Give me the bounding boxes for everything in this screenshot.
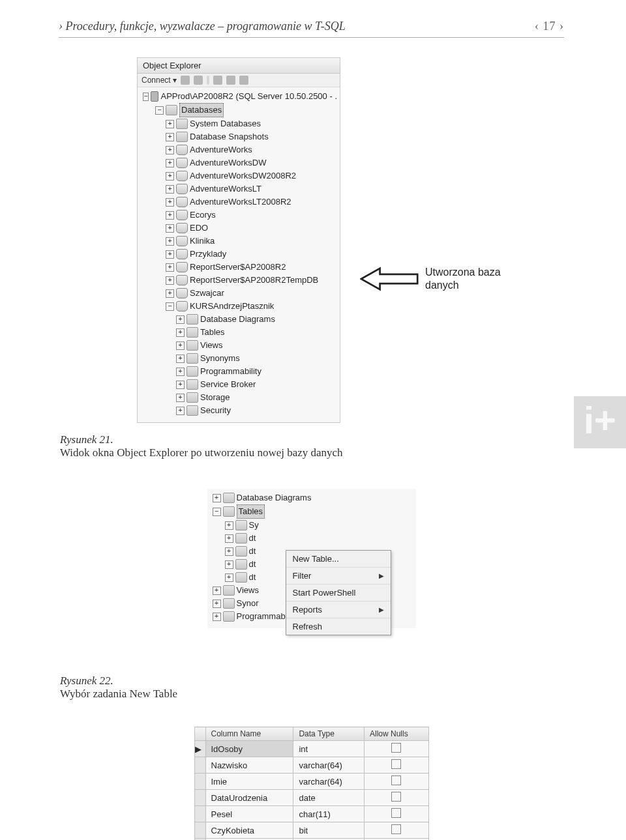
tree-db-node[interactable]: + Przyklady <box>140 248 340 261</box>
cell-allow-nulls[interactable] <box>365 774 428 790</box>
tree-item[interactable]: + dt <box>210 532 416 545</box>
tree-server-node[interactable]: − APProd\AP2008R2 (SQL Server 10.50.2500… <box>140 90 340 103</box>
object-explorer-tree: − APProd\AP2008R2 (SQL Server 10.50.2500… <box>138 87 340 422</box>
cell-allow-nulls[interactable] <box>365 806 428 822</box>
folder-icon <box>223 611 235 622</box>
connect-button[interactable]: Connect ▾ <box>142 76 177 85</box>
menu-item[interactable]: Start PowerShell <box>286 585 391 601</box>
database-icon <box>176 184 188 194</box>
cell-allow-nulls[interactable] <box>365 741 428 757</box>
database-icon <box>176 197 188 207</box>
table-row[interactable]: Pesel char(11) <box>194 806 428 822</box>
table-row[interactable]: Nazwisko varchar(64) <box>194 757 428 774</box>
cell-data-type[interactable]: bit <box>293 822 365 839</box>
row-selector[interactable] <box>194 806 205 822</box>
row-selector[interactable] <box>194 790 205 806</box>
callout-text: Utworzona baza danych <box>425 266 516 292</box>
filter-icon[interactable] <box>213 76 222 85</box>
cell-column-name[interactable]: Nazwisko <box>205 757 293 774</box>
cell-data-type[interactable]: varchar(64) <box>293 757 365 774</box>
database-icon <box>176 275 188 285</box>
tree-db-child[interactable]: + Security <box>140 404 340 417</box>
cell-column-name[interactable]: CzyKobieta <box>205 822 293 839</box>
row-selector[interactable] <box>194 822 205 839</box>
submenu-arrow-icon: ▶ <box>379 572 384 579</box>
database-icon <box>176 288 188 298</box>
tree-db-node[interactable]: + AdventureWorksDW2008R2 <box>140 169 340 182</box>
tree-item[interactable]: + Database Snapshots <box>140 130 340 143</box>
figure-22: + Database Diagrams − Tables + Sy+ dt+ d… <box>207 489 416 714</box>
tree-db-child[interactable]: + Programmability <box>140 365 340 378</box>
tree-db-node[interactable]: + AdventureWorksLT <box>140 182 340 196</box>
tree-db-node[interactable]: + EDO <box>140 222 340 235</box>
tree-db-node[interactable]: + Klinika <box>140 235 340 248</box>
table-row[interactable]: DataUrodzenia date <box>194 790 428 806</box>
menu-item[interactable]: Reports▶ <box>286 601 391 618</box>
object-explorer-title: Object Explorer <box>138 58 340 74</box>
context-menu: New Table...Filter▶Start PowerShellRepor… <box>286 550 391 635</box>
tree-item[interactable]: + System Databases <box>140 117 340 130</box>
tree-db-node[interactable]: + Szwajcar <box>140 287 340 300</box>
tree-db-node[interactable]: − KURSAndrzejPtasznik <box>140 300 340 313</box>
folder-icon <box>186 340 198 351</box>
row-selector[interactable]: ▶ <box>194 741 205 757</box>
cell-data-type[interactable]: date <box>293 790 365 806</box>
col-header-nulls[interactable]: Allow Nulls <box>365 727 428 741</box>
toolbar-icon-3[interactable] <box>226 76 235 85</box>
table-designer-grid[interactable]: Column Name Data Type Allow Nulls ▶ IdOs… <box>194 727 429 840</box>
cell-column-name[interactable]: Imie <box>205 774 293 790</box>
tree-databases-node[interactable]: − Databases <box>140 103 340 117</box>
toolbar-icon-1[interactable] <box>181 76 190 85</box>
tree-db-child[interactable]: + Service Broker <box>140 378 340 391</box>
folder-icon <box>176 132 188 142</box>
tree-db-child[interactable]: + Database Diagrams <box>140 313 340 326</box>
cell-allow-nulls[interactable] <box>365 757 428 774</box>
col-header-type[interactable]: Data Type <box>293 727 365 741</box>
tree-db-node[interactable]: + AdventureWorksDW <box>140 156 340 169</box>
checkbox-icon[interactable] <box>391 759 401 769</box>
toolbar-icon-4[interactable] <box>239 76 248 85</box>
col-header-name[interactable]: Column Name <box>205 727 293 741</box>
cell-data-type[interactable]: int <box>293 741 365 757</box>
tree-db-child[interactable]: + Synonyms <box>140 352 340 365</box>
tree-db-node[interactable]: + Ecorys <box>140 209 340 222</box>
row-selector[interactable] <box>194 757 205 774</box>
page-title: Procedury, funkcje, wyzwalacze – program… <box>66 20 346 33</box>
tree-db-child[interactable]: + Views <box>140 339 340 352</box>
toolbar-icon-2[interactable] <box>194 76 203 85</box>
row-selector[interactable] <box>194 774 205 790</box>
cell-data-type[interactable]: varchar(64) <box>293 774 365 790</box>
tree-db-child[interactable]: + Storage <box>140 391 340 404</box>
checkbox-icon[interactable] <box>391 808 401 818</box>
cell-column-name[interactable]: DataUrodzenia <box>205 790 293 806</box>
table-row[interactable]: ▶ IdOsoby int <box>194 741 428 757</box>
tree-db-child[interactable]: + Tables <box>140 326 340 339</box>
tree-db-node[interactable]: + ReportServer$AP2008R2TempDB <box>140 274 340 287</box>
menu-item[interactable]: New Table... <box>286 551 391 568</box>
tree-item[interactable]: + Sy <box>210 519 416 532</box>
checkbox-icon[interactable] <box>391 743 401 753</box>
checkbox-icon[interactable] <box>391 824 401 834</box>
tree-db-node[interactable]: + AdventureWorks <box>140 143 340 156</box>
folder-icon <box>186 405 198 416</box>
cell-data-type[interactable]: char(11) <box>293 806 365 822</box>
tree-db-node[interactable]: + AdventureWorksLT2008R2 <box>140 196 340 209</box>
page-number: ‹ 17 › <box>535 20 564 33</box>
menu-item[interactable]: Filter▶ <box>286 568 391 585</box>
table-row[interactable]: CzyKobieta bit <box>194 822 428 839</box>
folder-icon <box>235 520 247 530</box>
tree-db-node[interactable]: + ReportServer$AP2008R2 <box>140 261 340 274</box>
cell-column-name[interactable]: IdOsoby <box>205 741 293 757</box>
checkbox-icon[interactable] <box>391 775 401 785</box>
cell-allow-nulls[interactable] <box>365 822 428 839</box>
folder-icon <box>186 327 198 338</box>
table-row[interactable]: Imie varchar(64) <box>194 774 428 790</box>
tree-tables-node[interactable]: − Tables <box>210 504 416 519</box>
database-icon <box>176 145 188 155</box>
arrow-left-icon <box>360 266 419 292</box>
cell-column-name[interactable]: Pesel <box>205 806 293 822</box>
checkbox-icon[interactable] <box>391 792 401 802</box>
menu-item[interactable]: Refresh <box>286 618 391 635</box>
tree-item[interactable]: + Database Diagrams <box>210 491 416 504</box>
cell-allow-nulls[interactable] <box>365 790 428 806</box>
